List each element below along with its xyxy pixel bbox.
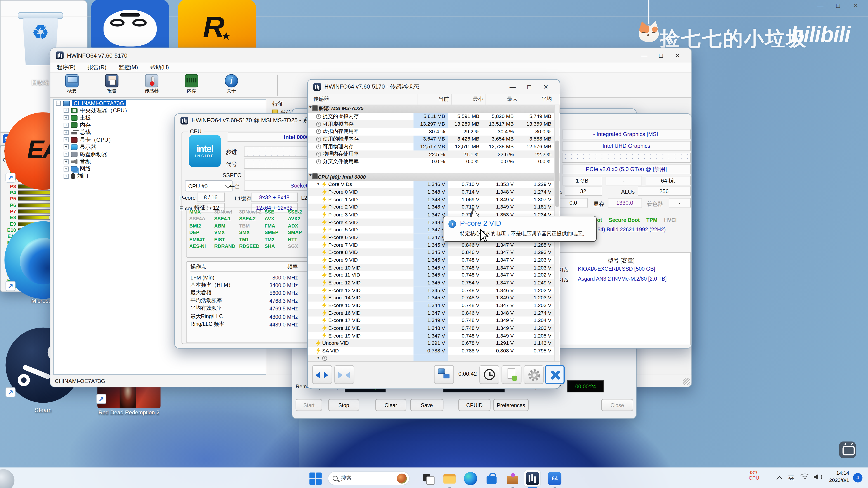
menu-item[interactable]: 程序(P) [57, 63, 75, 71]
sensor-remote-button[interactable] [434, 365, 454, 384]
chevron-down-icon[interactable]: ▾ [316, 182, 320, 187]
expander-icon[interactable]: + [64, 174, 69, 179]
sensor-row[interactable]: 可用虚拟内存13,297 MB13,289 MB13,517 MB13,359 … [308, 120, 560, 128]
tree-label[interactable]: 磁盘驱动器 [80, 151, 107, 158]
toolbar-button-about[interactable]: i关于 [219, 74, 244, 95]
sensor-row[interactable]: E-core 15 VID1.344 V0.748 V1.347 V1.203 … [308, 302, 560, 309]
sensor-row[interactable]: E-core 19 VID1.347 V0.748 V1.349 V1.205 … [308, 332, 560, 339]
app-box-icon[interactable] [506, 472, 519, 485]
sensor-titlebar[interactable]: HWiNFO64 v7.60-5170 - 传感器状态 — □ ✕ [308, 80, 560, 94]
minimize-icon[interactable]: — [504, 84, 521, 90]
sensor-row[interactable]: E-core 10 VID1.345 V0.748 V1.347 V1.203 … [308, 264, 560, 271]
expander-icon[interactable]: + [64, 116, 69, 121]
sensor-row[interactable]: 虚拟内存使用率30.4 %29.2 %30.4 %30.0 % [308, 128, 560, 135]
tree-label[interactable]: 主板 [80, 114, 91, 122]
close-icon[interactable]: ✕ [669, 52, 686, 58]
task-view-icon[interactable] [422, 472, 435, 485]
sensor-settings-button[interactable] [524, 365, 544, 384]
tree-label[interactable]: 内存 [80, 121, 91, 129]
stop-button[interactable]: Stop [328, 399, 359, 411]
sensor-group-row[interactable]: ▾系统: MSI MS-7D25 [308, 105, 560, 112]
tree-label[interactable]: 显示器 [80, 143, 96, 151]
expander-icon[interactable]: + [64, 152, 69, 157]
sensor-row[interactable]: P-core 2 VID1.348 V0.710 V1.349 V1.181 V [308, 203, 560, 211]
sensor-row[interactable]: P-core 1 VID1.348 V1.069 V1.349 V1.307 V [308, 196, 560, 203]
sensor-row[interactable]: E-core 17 VID1.349 V0.748 V1.349 V1.204 … [308, 317, 560, 324]
rockstar-app-icon[interactable]: R★ [178, 0, 256, 53]
expander-icon[interactable]: + [64, 166, 69, 171]
edge-browser-icon[interactable] [464, 472, 477, 485]
hwinfo-taskbar-icon[interactable] [526, 472, 539, 485]
sensor-row[interactable]: 物理内存使用率22.5 %21.1 %22.6 %22.2 % [308, 151, 560, 158]
expander-icon[interactable]: + [64, 123, 69, 128]
sensor-row[interactable]: ▾Core VIDs1.346 V0.710 V1.353 V1.229 V [308, 181, 560, 188]
close-button[interactable]: Close [601, 399, 633, 411]
maximize-icon[interactable]: □ [521, 84, 537, 90]
taskbar-clock[interactable]: 14:142023/8/1 [825, 470, 849, 484]
sensor-row[interactable]: E-core 13 VID1.345 V0.748 V1.346 V1.202 … [308, 287, 560, 294]
search-highlight-thumbnail[interactable] [397, 473, 407, 483]
sensor-clock-button[interactable] [479, 365, 499, 384]
sensor-row[interactable]: E-core 8 VID1.345 V0.846 V1.347 V1.293 V [308, 249, 560, 256]
wifi-icon[interactable] [800, 474, 809, 481]
close-icon[interactable]: ✕ [847, 2, 865, 9]
tree-label[interactable]: 网络 [80, 165, 91, 173]
chevron-down-icon[interactable]: ▾ [308, 105, 312, 112]
toolbar-button-report[interactable]: 报告 [99, 74, 125, 95]
sensor-row[interactable]: E-core 16 VID1.347 V0.846 V1.348 V1.274 … [308, 309, 560, 317]
resize-grip[interactable] [683, 379, 690, 385]
expander-icon[interactable]: + [64, 159, 69, 164]
aida64-taskbar-icon[interactable]: 64 [548, 472, 561, 485]
start-button[interactable] [309, 472, 322, 485]
monkey-app-icon[interactable] [91, 0, 169, 53]
menu-item[interactable]: 监控(M) [119, 63, 138, 71]
sensor-row[interactable]: E-core 12 VID1.345 V0.754 V1.347 V1.249 … [308, 279, 560, 287]
clear-button[interactable]: Clear [375, 399, 406, 411]
toolbar-button-sensors[interactable]: 传感器 [139, 74, 164, 95]
maximize-icon[interactable]: □ [829, 2, 847, 9]
menu-item[interactable]: 帮助(H) [150, 63, 169, 71]
expander-icon[interactable]: + [64, 144, 69, 150]
tree-label[interactable]: 总线 [80, 129, 91, 136]
menu-item[interactable]: 报告(R) [88, 63, 106, 71]
toolbar-button-memory[interactable]: 内存 [179, 74, 204, 95]
tree-item[interactable]: +中央处理器（CPU） [54, 107, 266, 114]
microsoft-store-icon[interactable] [485, 472, 498, 485]
tree-label[interactable]: 显卡（GPU） [80, 136, 114, 143]
bilibili-float-icon[interactable] [839, 442, 856, 458]
sensor-row[interactable]: ▾ [308, 355, 560, 361]
hwinfo-main-titlebar[interactable]: HWiNFO64 v7.60-5170 — □ ✕ [51, 48, 691, 63]
tree-label[interactable]: 音频 [80, 158, 91, 165]
start-button[interactable]: Start [296, 399, 322, 411]
sensor-row[interactable]: P-core 7 VID1.345 V0.846 V1.347 V1.285 V [308, 241, 560, 249]
expander-icon[interactable]: + [64, 130, 69, 135]
expander-icon[interactable]: + [64, 108, 69, 113]
tree-label[interactable]: CHINAMI-OE7A73G [72, 100, 126, 106]
sensor-row[interactable]: 使用的物理内存3,647 MB3,426 MB3,654 MB3,588 MB [308, 135, 560, 143]
cpu-select-combo[interactable]: CPU #0 [185, 180, 232, 191]
sensor-row[interactable]: E-core 14 VID1.345 V0.748 V1.349 V1.203 … [308, 294, 560, 301]
sensor-report-button[interactable] [502, 365, 522, 384]
save-button[interactable]: Save [410, 399, 443, 411]
sensor-row[interactable]: SA VID0.788 V0.788 V0.808 V0.795 V [308, 347, 560, 355]
expander-icon[interactable]: + [64, 137, 69, 142]
tree-label[interactable]: 中央处理器（CPU） [80, 107, 130, 114]
toolbar-button-summary[interactable]: 概要 [59, 74, 85, 95]
input-language[interactable]: 英 [788, 474, 794, 482]
close-icon[interactable]: ✕ [537, 84, 554, 90]
minimize-icon[interactable]: — [811, 2, 829, 9]
tray-chevron-icon[interactable] [776, 476, 782, 482]
sensor-row[interactable]: 可用物理内存12,517 MB12,511 MB12,738 MB12,576 … [308, 143, 560, 151]
minimize-icon[interactable]: — [636, 52, 653, 58]
chevron-down-icon[interactable]: ▾ [308, 173, 312, 181]
tree-label[interactable]: 端口 [78, 172, 89, 180]
sensor-group-row[interactable]: ▾CPU [#0]: Intel 0000 [308, 173, 560, 181]
sensor-row[interactable]: Uncore VID1.291 V0.678 V1.291 V1.143 V [308, 339, 560, 347]
notification-badge[interactable]: 4 [853, 473, 863, 483]
chevron-down-icon[interactable]: ▾ [316, 356, 320, 361]
search-box[interactable]: 搜索 [328, 471, 410, 485]
cpu-temperature-tray[interactable]: 98℃CPU [748, 470, 760, 481]
expander-icon[interactable]: − [56, 101, 61, 106]
sensor-row[interactable]: E-core 9 VID1.345 V0.748 V1.347 V1.203 V [308, 256, 560, 264]
sensor-arrange-button[interactable] [312, 365, 332, 384]
